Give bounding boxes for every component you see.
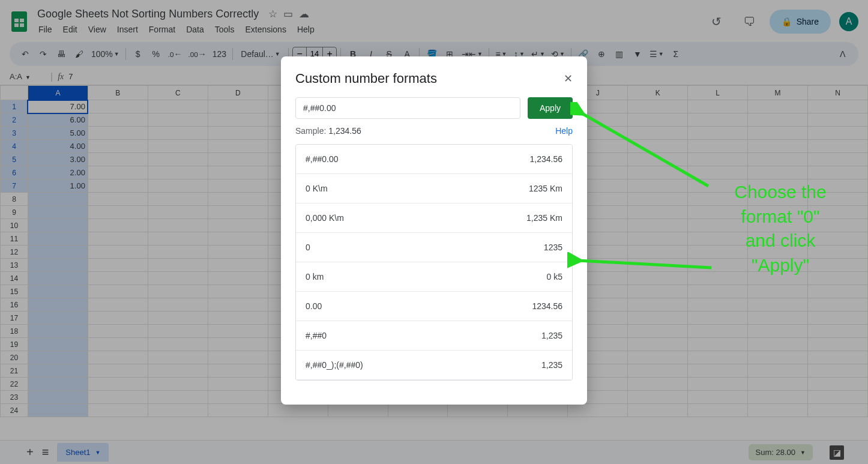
format-pattern: 0 (306, 243, 310, 252)
custom-number-formats-dialog: Custom number formats ✕ Apply Sample: 1,… (281, 56, 587, 405)
format-pattern: 0,000 K\m (306, 213, 344, 223)
sample-value: 1,234.56 (328, 126, 361, 136)
format-list: #,##0.001,234.560 K\m1235 Km0,000 K\m1,2… (295, 144, 573, 381)
format-option[interactable]: 0 K\m1235 Km (296, 174, 572, 203)
help-link[interactable]: Help (555, 126, 573, 136)
format-input[interactable] (295, 97, 520, 119)
format-pattern: 0 K\m (306, 184, 328, 193)
format-pattern: #,##0 (306, 331, 327, 340)
format-option[interactable]: 0,000 K\m1,235 Km (296, 203, 572, 233)
sample-label: Sample: (295, 126, 326, 136)
format-pattern: #,##0_);(#,##0) (306, 360, 363, 370)
dialog-title: Custom number formats (295, 71, 437, 86)
format-pattern: 0 km (306, 272, 324, 282)
format-option[interactable]: #,##01,235 (296, 321, 572, 351)
format-preview: 1235 Km (529, 184, 562, 193)
format-preview: 1,235 (541, 331, 562, 340)
apply-button[interactable]: Apply (528, 97, 573, 119)
format-preview: 0 k5 (547, 272, 562, 282)
format-option[interactable]: 0.001234.56 (296, 292, 572, 321)
format-pattern: #,##0.00 (306, 154, 339, 164)
format-preview: 1,235 (541, 360, 562, 370)
format-pattern: 0.00 (306, 301, 322, 311)
format-option[interactable]: 01235 (296, 233, 572, 262)
format-option[interactable]: 0 km0 k5 (296, 262, 572, 292)
format-preview: 1,234.56 (530, 154, 563, 164)
close-icon[interactable]: ✕ (564, 72, 573, 85)
format-preview: 1235 (544, 243, 562, 252)
format-option[interactable]: #,##0.001,234.56 (296, 145, 572, 174)
format-preview: 1234.56 (532, 301, 562, 311)
format-option[interactable]: #,##0_);(#,##0)1,235 (296, 351, 572, 380)
format-preview: 1,235 Km (526, 213, 562, 223)
